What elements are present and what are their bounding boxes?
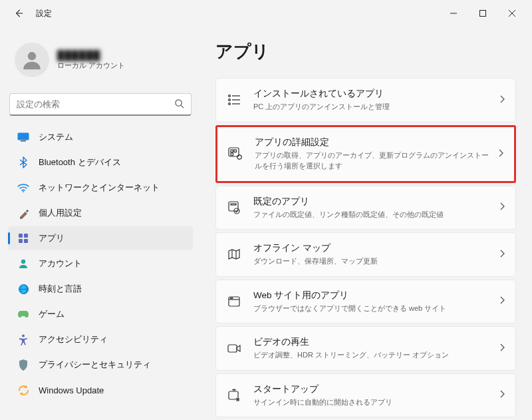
bluetooth-icon [17, 156, 29, 168]
nav-item-personalization[interactable]: 個人用設定 [8, 201, 193, 225]
svg-rect-30 [231, 204, 236, 205]
card-title: スタートアップ [253, 383, 493, 395]
nav: システム Bluetooth とデバイス ネットワークとインターネット 個人用設… [8, 125, 193, 402]
back-button[interactable] [11, 5, 27, 21]
svg-line-6 [181, 105, 184, 108]
card-title: オフライン マップ [253, 242, 493, 254]
card-offline-maps[interactable]: オフライン マップ ダウンロード、保存場所、マップ更新 [215, 232, 516, 277]
card-sub: アプリの取得、アプリのアーカイブ、更新プログラムのアンインストールを行う場所を選… [255, 150, 491, 172]
search-input[interactable] [17, 99, 174, 109]
video-icon [225, 343, 243, 353]
card-title: ビデオの再生 [253, 336, 493, 348]
window-title: 設定 [36, 8, 52, 19]
nav-item-update[interactable]: Windows Update [8, 378, 193, 402]
nav-item-privacy[interactable]: プライバシーとセキュリティ [8, 353, 193, 377]
nav-label: システム [39, 131, 73, 143]
chevron-right-icon [499, 296, 505, 306]
nav-label: 時刻と言語 [39, 283, 82, 295]
card-sub: ファイルの既定値、リンク種類の既定値、その他の既定値 [253, 209, 493, 220]
nav-item-network[interactable]: ネットワークとインターネット [8, 176, 193, 200]
svg-point-4 [28, 52, 36, 60]
time-icon [17, 283, 29, 295]
chevron-right-icon [498, 149, 503, 159]
main-content: アプリ インストールされているアプリ PC 上のアプリのアンインストールと管理 [200, 27, 532, 420]
privacy-icon [17, 359, 29, 371]
maximize-button[interactable] [468, 3, 497, 24]
card-sub: ブラウザーではなくアプリで開くことができる web サイト [253, 303, 493, 314]
svg-rect-7 [18, 133, 29, 140]
svg-rect-10 [19, 234, 23, 238]
nav-label: プライバシーとセキュリティ [39, 359, 151, 371]
accounts-icon [17, 258, 29, 270]
svg-point-35 [232, 298, 233, 298]
svg-rect-1 [480, 11, 486, 17]
page-title: アプリ [215, 40, 516, 63]
sidebar: ██████ ローカル アカウント システム Bluetooth とデバイス [0, 27, 200, 420]
chevron-right-icon [499, 343, 505, 353]
minimize-button[interactable] [439, 3, 468, 24]
svg-rect-27 [231, 153, 233, 156]
card-title: 既定のアプリ [253, 196, 493, 208]
system-icon [17, 131, 29, 143]
card-startup[interactable]: スタートアップ サインイン時に自動的に開始されるアプリ [215, 373, 516, 418]
titlebar: 設定 [0, 0, 532, 27]
nav-label: 個人用設定 [39, 207, 82, 219]
personalization-icon [17, 207, 29, 219]
svg-point-20 [229, 99, 231, 101]
svg-rect-25 [231, 150, 233, 152]
chevron-right-icon [499, 250, 505, 260]
nav-item-accounts[interactable]: アカウント [8, 252, 193, 276]
card-installed-apps[interactable]: インストールされているアプリ PC 上のアプリのアンインストールと管理 [215, 78, 516, 122]
nav-label: ゲーム [39, 308, 65, 320]
card-video-playback[interactable]: ビデオの再生 ビデオ調整、HDR ストリーミング、バッテリー オプション [215, 326, 516, 371]
settings-cards: インストールされているアプリ PC 上のアプリのアンインストールと管理 アプリの… [215, 78, 516, 417]
card-default-apps[interactable]: 既定のアプリ ファイルの既定値、リンク種類の既定値、その他の既定値 [215, 186, 516, 230]
nav-label: Bluetooth とデバイス [39, 156, 121, 168]
card-title: Web サイト用のアプリ [253, 290, 493, 302]
apps-icon [17, 232, 29, 244]
nav-label: アカウント [39, 258, 82, 270]
nav-item-accessibility[interactable]: アクセシビリティ [8, 327, 193, 351]
card-sub: サインイン時に自動的に開始されるアプリ [253, 397, 493, 408]
nav-item-system[interactable]: システム [8, 125, 193, 149]
card-title: インストールされているアプリ [253, 88, 493, 100]
profile-name: ██████ [57, 50, 125, 61]
close-button[interactable] [497, 3, 527, 24]
svg-rect-26 [234, 150, 237, 152]
update-icon [17, 384, 29, 396]
chevron-right-icon [499, 202, 505, 212]
svg-rect-12 [19, 239, 23, 243]
card-apps-for-websites[interactable]: Web サイト用のアプリ ブラウザーではなくアプリで開くことができる web サ… [215, 280, 516, 324]
startup-icon [225, 389, 243, 402]
search-icon [174, 99, 184, 110]
search-box[interactable] [9, 93, 192, 116]
svg-point-34 [230, 298, 231, 298]
default-apps-icon [225, 201, 243, 214]
nav-item-gaming[interactable]: ゲーム [8, 302, 193, 326]
nav-item-bluetooth[interactable]: Bluetooth とデバイス [8, 150, 193, 174]
avatar [15, 43, 49, 77]
svg-rect-11 [24, 234, 28, 238]
chevron-right-icon [499, 390, 505, 400]
nav-item-apps[interactable]: アプリ [8, 226, 193, 250]
svg-point-17 [22, 334, 25, 337]
nav-label: ネットワークとインターネット [39, 182, 160, 194]
nav-label: アプリ [39, 232, 65, 244]
card-sub: ビデオ調整、HDR ストリーミング、バッテリー オプション [253, 349, 493, 361]
card-sub: ダウンロード、保存場所、マップ更新 [253, 256, 493, 267]
card-advanced-app-settings[interactable]: アプリの詳細設定 アプリの取得、アプリのアーカイブ、更新プログラムのアンインスト… [215, 125, 516, 183]
website-apps-icon [225, 296, 243, 308]
profile[interactable]: ██████ ローカル アカウント [8, 32, 193, 91]
svg-point-5 [176, 99, 182, 105]
accessibility-icon [17, 333, 29, 345]
svg-point-22 [229, 103, 231, 105]
card-sub: PC 上のアプリのアンインストールと管理 [253, 101, 493, 112]
nav-item-time[interactable]: 時刻と言語 [8, 277, 193, 301]
svg-rect-8 [21, 140, 26, 142]
chevron-right-icon [499, 95, 505, 105]
advanced-settings-icon [227, 147, 244, 160]
card-title: アプリの詳細設定 [255, 136, 491, 148]
svg-rect-36 [228, 345, 237, 352]
svg-point-14 [21, 260, 25, 264]
svg-point-9 [23, 191, 24, 192]
